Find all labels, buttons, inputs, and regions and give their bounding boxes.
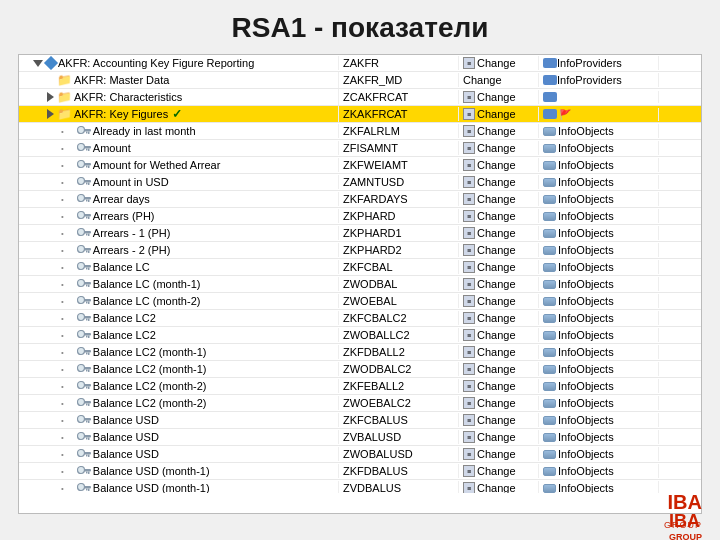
code-cell: ZWODBALC2 [339, 362, 459, 376]
svg-point-76 [77, 450, 84, 457]
table-row[interactable]: •Already in last monthZKFALRLM≡ChangeInf… [19, 123, 701, 140]
table-row[interactable]: •Balance LC (month-1)ZWODBAL≡ChangeInfoO… [19, 276, 701, 293]
code-cell: ZWODBAL [339, 277, 459, 291]
dest-cell: InfoObjects [539, 192, 659, 206]
svg-rect-35 [86, 268, 88, 270]
status-cell: ≡Change [459, 277, 539, 291]
svg-rect-74 [88, 438, 90, 441]
status-cell: ≡Change [459, 430, 539, 444]
table-row[interactable]: •Balance LC (month-2)ZWOEBAL≡ChangeInfoO… [19, 293, 701, 310]
status-cell: Change [459, 73, 539, 87]
svg-point-24 [77, 229, 84, 236]
dest-cell: InfoProviders [539, 73, 659, 87]
dest-cell: InfoObjects [539, 260, 659, 274]
code-cell: ZKPHARD1 [339, 226, 459, 240]
table-row[interactable]: •Balance LC2ZKFCBALC2≡ChangeInfoObjects [19, 310, 701, 327]
svg-rect-49 [84, 333, 91, 336]
code-cell: ZWOEBALC2 [339, 396, 459, 410]
table-row[interactable]: 📁AKFR: Key Figures✓ZKAKFRCAT≡Change🚩 [19, 106, 701, 123]
dest-cell: InfoObjects [539, 396, 659, 410]
svg-rect-22 [88, 217, 90, 220]
svg-rect-62 [88, 387, 90, 390]
svg-rect-30 [88, 251, 90, 254]
table-row[interactable]: •Balance LC2ZWOBALLC2≡ChangeInfoObjects [19, 327, 701, 344]
status-cell: ≡Change [459, 124, 539, 138]
code-cell: ZKFARDAYS [339, 192, 459, 206]
code-cell: ZKFCBAL [339, 260, 459, 274]
dest-cell: InfoObjects [539, 158, 659, 172]
table-row[interactable]: •AmountZFISAMNT≡ChangeInfoObjects [19, 140, 701, 157]
svg-rect-85 [84, 486, 91, 489]
table-row[interactable]: •Balance LC2 (month-2)ZKFEBALL2≡ChangeIn… [19, 378, 701, 395]
svg-rect-42 [88, 302, 90, 305]
table-row[interactable]: 📁AKFR: Master DataZAKFR_MDChangeInfoProv… [19, 72, 701, 89]
svg-rect-87 [86, 489, 88, 491]
svg-rect-25 [84, 231, 91, 234]
page-title: RSA1 - показатели [0, 0, 720, 54]
svg-rect-38 [88, 285, 90, 288]
svg-point-4 [77, 144, 84, 151]
svg-rect-67 [86, 404, 88, 406]
svg-rect-19 [86, 200, 88, 202]
svg-rect-21 [84, 214, 91, 217]
dest-cell: InfoObjects [539, 311, 659, 325]
table-row[interactable]: •Arrears (PH)ZKPHARD≡ChangeInfoObjects [19, 208, 701, 225]
table-row[interactable]: •Arrears - 1 (PH)ZKPHARD1≡ChangeInfoObje… [19, 225, 701, 242]
code-cell: ZKFDBALL2 [339, 345, 459, 359]
code-cell: ZKFWEIAMT [339, 158, 459, 172]
svg-rect-53 [84, 350, 91, 353]
svg-rect-43 [86, 302, 88, 304]
svg-point-60 [77, 382, 84, 389]
code-cell: ZKFEBALL2 [339, 379, 459, 393]
svg-rect-71 [86, 421, 88, 423]
code-cell: ZWOBALUSD [339, 447, 459, 461]
table-row[interactable]: •Amount in USDZAMNTUSD≡ChangeInfoObjects [19, 174, 701, 191]
svg-rect-57 [84, 367, 91, 370]
code-cell: ZKAKFRCAT [339, 107, 459, 121]
svg-point-20 [77, 212, 84, 219]
svg-point-80 [77, 467, 84, 474]
table-row[interactable]: •Arrears - 2 (PH)ZKPHARD2≡ChangeInfoObje… [19, 242, 701, 259]
table-row[interactable]: •Arrear daysZKFARDAYS≡ChangeInfoObjects [19, 191, 701, 208]
table-row[interactable]: •Balance LCZKFCBAL≡ChangeInfoObjects [19, 259, 701, 276]
status-cell: ≡Change [459, 260, 539, 274]
dest-cell: 🚩 [539, 108, 659, 121]
svg-rect-14 [88, 183, 90, 186]
dest-cell: InfoProviders [539, 56, 659, 70]
svg-rect-15 [86, 183, 88, 185]
dest-cell: InfoObjects [539, 413, 659, 427]
svg-point-32 [77, 263, 84, 270]
dest-cell: InfoObjects [539, 328, 659, 342]
table-row[interactable]: •Balance USD (month-1)ZVDBALUS≡ChangeInf… [19, 480, 701, 493]
status-cell: ≡Change [459, 413, 539, 427]
table-row[interactable]: •Balance USDZVBALUSD≡ChangeInfoObjects [19, 429, 701, 446]
svg-point-68 [77, 416, 84, 423]
table-row[interactable]: AKFR: Accounting Key Figure ReportingZAK… [19, 55, 701, 72]
table-row[interactable]: •Balance LC2 (month-1)ZKFDBALL2≡ChangeIn… [19, 344, 701, 361]
table-row[interactable]: •Balance LC2 (month-2)ZWOEBALC2≡ChangeIn… [19, 395, 701, 412]
table-row[interactable]: 📁AKFR: CharacteristicsZCAKFRCAT≡Change [19, 89, 701, 106]
svg-rect-69 [84, 418, 91, 421]
svg-rect-6 [88, 149, 90, 152]
svg-rect-73 [84, 435, 91, 438]
status-cell: ≡Change [459, 243, 539, 257]
svg-rect-26 [88, 234, 90, 237]
dest-cell: InfoObjects [539, 243, 659, 257]
iba-branding: IBA GROUP [664, 491, 702, 532]
svg-rect-59 [86, 370, 88, 372]
status-cell: ≡Change [459, 311, 539, 325]
table-row[interactable]: •Balance USDZWOBALUSD≡ChangeInfoObjects [19, 446, 701, 463]
svg-point-40 [77, 297, 84, 304]
svg-point-0 [77, 127, 84, 134]
table-row[interactable]: •Balance LC2 (month-1)ZWODBALC2≡ChangeIn… [19, 361, 701, 378]
status-cell: ≡Change [459, 175, 539, 189]
table-row[interactable]: •Balance USD (month-1)ZKFDBALUS≡ChangeIn… [19, 463, 701, 480]
status-cell: ≡Change [459, 226, 539, 240]
dest-cell: InfoObjects [539, 277, 659, 291]
dest-cell: InfoObjects [539, 447, 659, 461]
dest-cell: InfoObjects [539, 141, 659, 155]
svg-rect-18 [88, 200, 90, 203]
table-row[interactable]: •Amount for Wethed ArrearZKFWEIAMT≡Chang… [19, 157, 701, 174]
svg-rect-17 [84, 197, 91, 200]
table-row[interactable]: •Balance USDZKFCBALUS≡ChangeInfoObjects [19, 412, 701, 429]
